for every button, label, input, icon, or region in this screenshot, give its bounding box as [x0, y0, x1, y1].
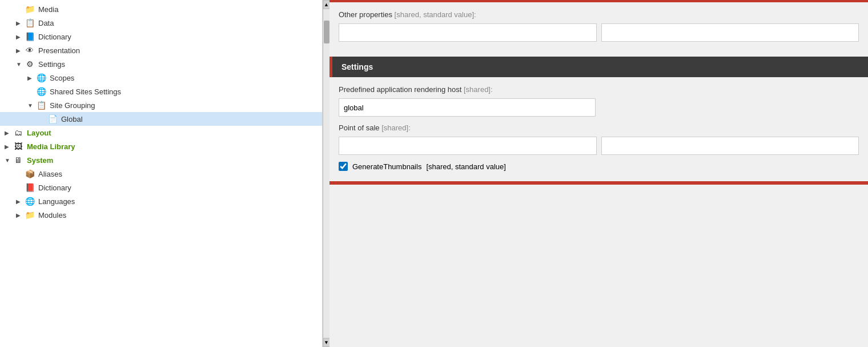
point-of-sale-inputs	[339, 137, 859, 155]
icon-system: 🖥	[13, 155, 24, 165]
sidebar-item-modules[interactable]: ▶📁Modules	[0, 208, 322, 222]
generate-thumbnails-meta: [shared, standard value]	[426, 162, 505, 171]
icon-scopes: 🌐	[35, 73, 47, 83]
sidebar-item-media[interactable]: 📁Media	[0, 2, 322, 16]
label-scopes: Scopes	[50, 74, 74, 82]
icon-data: 📋	[24, 18, 35, 28]
label-languages: Languages	[38, 197, 75, 206]
sidebar-item-languages[interactable]: ▶🌐Languages	[0, 194, 322, 208]
icon-global: 📄	[47, 114, 58, 124]
arrow-languages: ▶	[16, 198, 24, 205]
icon-presentation: 👁	[24, 45, 35, 55]
generate-thumbnails-checkbox[interactable]	[339, 162, 348, 171]
arrow-dictionary: ▶	[16, 34, 24, 40]
other-properties-block: Other properties [shared, standard value…	[329, 2, 868, 57]
predefined-host-label: Predefined application rendering host [s…	[339, 85, 859, 94]
label-layout: Layout	[27, 129, 51, 137]
icon-dictionary: 📘	[24, 31, 35, 42]
sidebar-item-media-library[interactable]: ▶🖼Media Library	[0, 139, 322, 153]
sidebar-item-shared-sites-settings[interactable]: 🌐Shared Sites Settings	[0, 85, 322, 98]
other-properties-inputs	[339, 23, 859, 42]
label-presentation: Presentation	[38, 46, 80, 55]
label-modules: Modules	[38, 211, 66, 220]
icon-media: 📁	[24, 4, 35, 14]
generate-thumbnails-row: GenerateThumbnails [shared, standard val…	[339, 162, 859, 171]
label-media: Media	[38, 5, 58, 14]
arrow-site-grouping: ▼	[27, 102, 35, 109]
icon-shared-sites-settings: 🌐	[35, 86, 47, 97]
arrow-layout: ▶	[5, 130, 13, 136]
icon-settings: ⚙	[24, 59, 35, 69]
sidebar-item-aliases[interactable]: 📦Aliases	[0, 167, 322, 181]
bottom-red-bar	[329, 181, 868, 185]
settings-header: Settings	[329, 57, 868, 77]
icon-dictionary2: 📕	[24, 182, 35, 193]
arrow-data: ▶	[16, 20, 24, 26]
other-properties-input-1[interactable]	[339, 23, 597, 42]
point-of-sale-input-1[interactable]	[339, 137, 597, 155]
label-site-grouping: Site Grouping	[50, 101, 95, 110]
arrow-modules: ▶	[16, 212, 24, 218]
scroll-track	[324, 9, 329, 338]
settings-block: Predefined application rendering host [s…	[329, 77, 868, 179]
sidebar: 📁Media▶📋Data▶📘Dictionary▶👁Presentation▼⚙…	[0, 0, 323, 347]
label-media-library: Media Library	[27, 142, 75, 151]
scroll-up-arrow[interactable]: ▲	[323, 0, 330, 9]
sidebar-item-dictionary2[interactable]: 📕Dictionary	[0, 181, 322, 194]
sidebar-item-dictionary[interactable]: ▶📘Dictionary	[0, 30, 322, 43]
vertical-scrollbar[interactable]: ▲ ▼	[323, 0, 329, 347]
icon-media-library: 🖼	[13, 141, 24, 151]
icon-languages: 🌐	[24, 196, 35, 206]
icon-site-grouping: 📋	[35, 100, 47, 110]
sidebar-item-scopes[interactable]: ▶🌐Scopes	[0, 71, 322, 85]
arrow-media-library: ▶	[5, 143, 13, 150]
label-global: Global	[61, 115, 83, 123]
label-aliases: Aliases	[38, 170, 62, 178]
point-of-sale-label: Point of sale [shared]:	[339, 123, 859, 132]
label-system: System	[27, 156, 53, 165]
other-properties-label: Other properties [shared, standard value…	[339, 10, 859, 19]
sidebar-item-site-grouping[interactable]: ▼📋Site Grouping	[0, 98, 322, 112]
scroll-thumb[interactable]	[324, 21, 329, 43]
other-properties-input-2[interactable]	[601, 23, 859, 42]
arrow-presentation: ▶	[16, 47, 24, 54]
label-dictionary2: Dictionary	[38, 184, 71, 192]
main-content: Other properties [shared, standard value…	[329, 0, 868, 347]
sidebar-item-layout[interactable]: ▶🗂Layout	[0, 126, 322, 139]
icon-modules: 📁	[24, 210, 35, 220]
scroll-down-arrow[interactable]: ▼	[323, 338, 330, 347]
sidebar-item-global[interactable]: 📄Global	[0, 112, 322, 126]
label-dictionary: Dictionary	[38, 33, 71, 41]
icon-aliases: 📦	[24, 169, 35, 179]
arrow-scopes: ▶	[27, 75, 35, 81]
label-data: Data	[38, 19, 54, 27]
predefined-host-input[interactable]	[339, 98, 596, 117]
sidebar-item-system[interactable]: ▼🖥System	[0, 153, 322, 167]
icon-layout: 🗂	[13, 127, 24, 138]
sidebar-item-presentation[interactable]: ▶👁Presentation	[0, 43, 322, 57]
label-shared-sites-settings: Shared Sites Settings	[50, 87, 121, 96]
point-of-sale-input-2[interactable]	[601, 137, 859, 155]
arrow-system: ▼	[5, 157, 13, 163]
label-settings: Settings	[38, 60, 65, 69]
sidebar-item-data[interactable]: ▶📋Data	[0, 16, 322, 30]
arrow-settings: ▼	[16, 61, 24, 67]
generate-thumbnails-label: GenerateThumbnails	[352, 162, 421, 171]
sidebar-item-settings[interactable]: ▼⚙Settings	[0, 57, 322, 71]
